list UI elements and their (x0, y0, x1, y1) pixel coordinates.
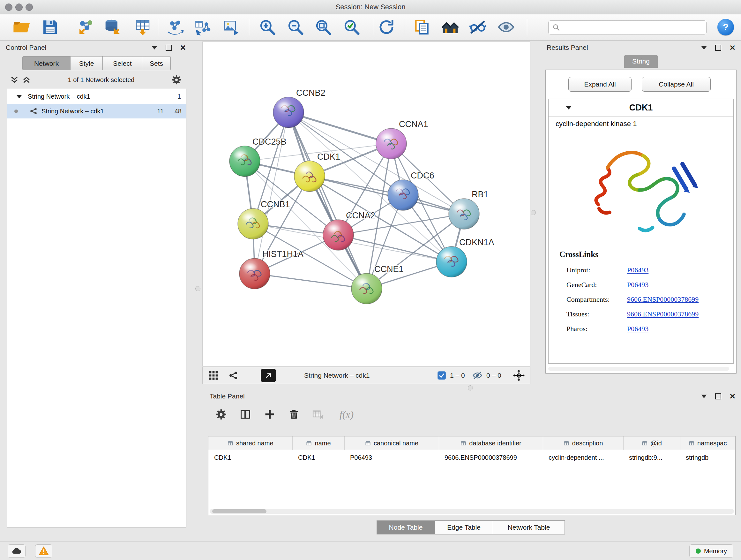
window-close-icon[interactable] (5, 3, 12, 11)
string-home-button[interactable] (441, 18, 459, 36)
fit-selected-button[interactable] (513, 367, 525, 384)
panel-close-icon[interactable]: × (730, 43, 735, 52)
string-network-graph[interactable]: CCNB2CCNA1CDC25BCDK1CDC6RB1CCNB1CCNA2CDK… (203, 42, 530, 366)
column-header-database-identifier[interactable]: database identifier (439, 436, 543, 450)
table-settings-button[interactable] (214, 408, 228, 422)
gear-icon[interactable] (171, 74, 182, 85)
svg-text:CDC6: CDC6 (411, 171, 434, 180)
panel-menu-icon[interactable] (151, 46, 157, 50)
tab-network-table[interactable]: Network Table (493, 520, 565, 535)
table-row[interactable]: CDK1 CDK1 P06493 9606.ENSP00000378699 cy… (208, 450, 735, 465)
cell-canonical-name[interactable]: P06493 (344, 450, 439, 465)
cell-namespace[interactable]: stringdb (680, 450, 735, 465)
panel-float-icon[interactable] (715, 393, 721, 399)
delete-table-icon (312, 408, 324, 421)
panel-float-icon[interactable] (165, 45, 172, 51)
tab-style[interactable]: Style (71, 56, 103, 70)
tab-select[interactable]: Select (103, 56, 142, 70)
network-collection-row[interactable]: String Network – cdk1 1 (7, 89, 186, 104)
new-network-button[interactable] (166, 18, 184, 36)
zoom-in-button[interactable] (259, 18, 276, 36)
import-network-database-button[interactable] (104, 18, 122, 36)
tab-string[interactable]: String (624, 55, 658, 68)
delete-table-button[interactable] (311, 408, 325, 422)
column-header-canonical-name[interactable]: canonical name (344, 436, 439, 450)
disclosure-triangle-icon[interactable] (566, 106, 571, 110)
column-type-icon (306, 440, 312, 446)
crosslink-link[interactable]: 9606.ENSP00000378699 (627, 310, 698, 318)
expand-all-icon[interactable] (22, 76, 31, 84)
node-count: 11 (146, 108, 164, 115)
protein-section-header[interactable]: CDK1 (549, 99, 733, 117)
import-network-file-button[interactable] (77, 18, 95, 36)
crosslink-link[interactable]: P06493 (627, 325, 649, 333)
disclosure-triangle-icon[interactable] (16, 95, 22, 98)
toolbar-separator (68, 19, 68, 36)
column-header-name[interactable]: name (292, 436, 344, 450)
add-column-button[interactable] (263, 408, 277, 422)
cell-shared-name[interactable]: CDK1 (208, 450, 292, 465)
panel-float-icon[interactable] (715, 45, 721, 51)
collapse-all-button[interactable]: Collapse All (642, 77, 711, 91)
network-share-button[interactable] (228, 367, 239, 384)
eye-slash-icon[interactable] (472, 370, 482, 381)
tab-edge-table[interactable]: Edge Table (435, 520, 493, 535)
panel-menu-icon[interactable] (701, 395, 707, 398)
expand-all-button[interactable]: Expand All (568, 77, 631, 91)
panel-close-icon[interactable]: × (180, 43, 186, 52)
column-header-description[interactable]: description (543, 436, 623, 450)
window-zoom-icon[interactable] (25, 3, 33, 11)
open-in-new-window-button[interactable] (261, 369, 276, 382)
results-horizontal-scrollbar[interactable] (548, 367, 729, 371)
clone-network-button[interactable] (194, 18, 212, 36)
refresh-layout-button[interactable] (378, 18, 395, 36)
image-icon (222, 18, 240, 36)
help-button[interactable]: ? (718, 19, 734, 36)
duplicate-page-button[interactable] (413, 18, 431, 36)
collapse-all-icon[interactable] (10, 76, 19, 84)
column-header-id[interactable]: @id (623, 436, 680, 450)
warnings-button[interactable] (35, 544, 52, 558)
crosslink-link[interactable]: P06493 (627, 281, 649, 289)
memory-button[interactable]: Memory (689, 544, 733, 558)
tab-node-table[interactable]: Node Table (377, 520, 435, 535)
export-image-button[interactable] (222, 18, 240, 36)
grid-view-button[interactable] (208, 367, 219, 384)
crosslink-link[interactable]: 9606.ENSP00000378699 (627, 295, 698, 304)
cell-database-identifier[interactable]: 9606.ENSP00000378699 (439, 450, 543, 465)
zoom-selected-button[interactable] (343, 18, 360, 36)
selected-checkbox-icon[interactable] (437, 371, 446, 380)
crosslink-link[interactable]: P06493 (627, 266, 649, 274)
zoom-out-button[interactable] (286, 18, 305, 36)
right-splitter-handle[interactable] (531, 210, 536, 215)
window-minimize-icon[interactable] (15, 3, 23, 11)
show-columns-button[interactable] (239, 408, 253, 422)
network-row[interactable]: String Network – cdk1 11 48 (7, 104, 186, 118)
network-view[interactable]: CCNB2CCNA1CDC25BCDK1CDC6RB1CCNB1CCNA2CDK… (202, 42, 530, 367)
open-session-button[interactable] (13, 18, 30, 36)
bottom-splitter-handle[interactable] (468, 385, 473, 390)
column-header-shared-name[interactable]: shared name (208, 436, 292, 450)
cell-id[interactable]: stringdb:9... (623, 450, 680, 465)
search-input[interactable] (548, 20, 706, 35)
zoom-fit-button[interactable] (314, 18, 332, 36)
string-glasses-button[interactable] (469, 18, 487, 36)
show-graphics-details-button[interactable] (497, 18, 515, 36)
scrollbar-thumb[interactable] (212, 509, 266, 513)
column-header-namespace[interactable]: namespac (680, 436, 735, 450)
left-splitter-handle[interactable] (195, 286, 200, 291)
node-table: shared name name canonical name database… (208, 436, 736, 515)
tab-sets[interactable]: Sets (142, 56, 171, 70)
panel-close-icon[interactable]: × (730, 391, 735, 401)
panel-menu-icon[interactable] (701, 46, 707, 50)
network-selected-status: 1 of 1 Network selected (31, 76, 171, 84)
import-table-button[interactable] (133, 18, 151, 36)
cloud-button[interactable] (8, 544, 25, 558)
cell-description[interactable]: cyclin-dependent ... (543, 450, 623, 465)
save-session-button[interactable] (41, 18, 59, 36)
column-type-icon (688, 440, 695, 446)
function-builder-button[interactable]: f(x) (335, 408, 358, 422)
tab-network[interactable]: Network (22, 56, 71, 70)
delete-column-button[interactable] (287, 408, 301, 422)
cell-name[interactable]: CDK1 (292, 450, 344, 465)
